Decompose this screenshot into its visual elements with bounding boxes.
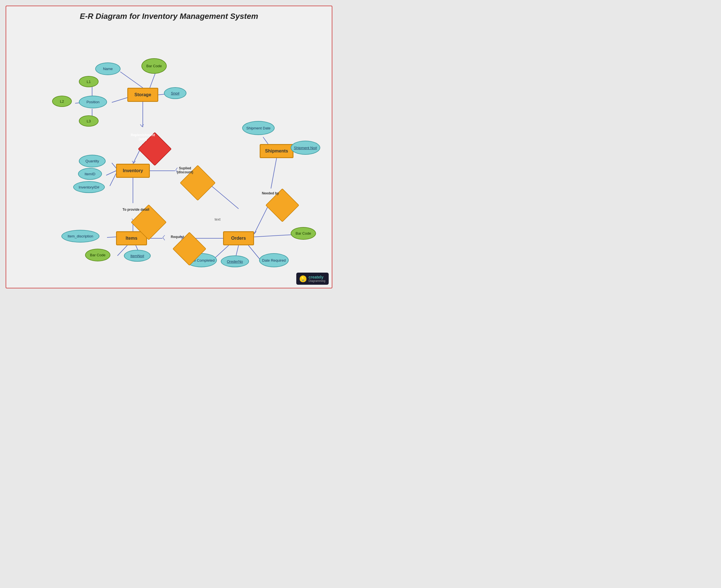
creately-bulb-icon: 💡 bbox=[300, 275, 306, 282]
svg-line-38 bbox=[255, 231, 256, 233]
diagram-area: Storage Inventory Items Orders Shipments… bbox=[6, 26, 333, 288]
entity-shipments: Shipments bbox=[260, 144, 294, 158]
attr-position: Position bbox=[79, 96, 107, 108]
rel-replenishment: Replenishment(add) bbox=[124, 123, 161, 151]
rel-request: Request bbox=[159, 223, 196, 251]
attr-shipment-no: Shipment No# bbox=[291, 141, 320, 155]
attr-barcode-storage: Bar Code bbox=[141, 58, 167, 74]
entity-orders: Orders bbox=[223, 231, 254, 245]
svg-line-9 bbox=[112, 163, 116, 168]
attr-inventoryid: InventoryID# bbox=[73, 181, 105, 193]
attr-barcode-orders: Bar Code bbox=[291, 227, 316, 240]
creately-logo: 💡 creately Diagramming bbox=[296, 273, 329, 285]
attr-shipment-date: Shipment Date bbox=[242, 121, 275, 135]
svg-line-0 bbox=[120, 72, 143, 88]
rel-needed-by: Needed by bbox=[252, 179, 289, 207]
main-container: E-R Diagram for Inventory Management Sys… bbox=[6, 6, 332, 288]
svg-line-27 bbox=[263, 137, 268, 144]
attr-name: Name bbox=[95, 62, 121, 75]
svg-line-3 bbox=[112, 98, 127, 102]
attr-sno: Sno# bbox=[164, 87, 186, 99]
attr-itemid: ItemID bbox=[78, 168, 102, 180]
attr-itemno: ItemNo# bbox=[124, 250, 151, 261]
svg-line-11 bbox=[110, 173, 116, 186]
rel-to-provide: To provide detail bbox=[116, 195, 156, 224]
attr-item-desc: Item_discription bbox=[61, 230, 99, 243]
attr-l1: L1 bbox=[79, 76, 99, 87]
svg-line-24 bbox=[254, 235, 294, 237]
attr-l2: L2 bbox=[52, 96, 72, 107]
attr-l3: L3 bbox=[79, 115, 99, 127]
attr-date-required: Date Required bbox=[259, 253, 289, 267]
rel-supplied: Suplied(discount) bbox=[165, 155, 205, 185]
diagram-title: E-R Diagram for Inventory Management Sys… bbox=[6, 6, 332, 24]
creately-logo-text: creately Diagramming bbox=[309, 275, 325, 282]
entity-storage: Storage bbox=[127, 88, 158, 102]
entity-inventory: Inventory bbox=[116, 164, 150, 178]
text-label-text: text bbox=[215, 217, 221, 222]
attr-barcode-items: Bar Code bbox=[85, 249, 111, 261]
attr-quantity: Quantity bbox=[79, 155, 106, 167]
svg-line-10 bbox=[106, 171, 116, 175]
svg-line-32 bbox=[134, 161, 136, 163]
svg-line-31 bbox=[132, 161, 134, 163]
svg-line-16 bbox=[107, 237, 116, 237]
attr-orderno: OrederNo bbox=[221, 255, 249, 267]
